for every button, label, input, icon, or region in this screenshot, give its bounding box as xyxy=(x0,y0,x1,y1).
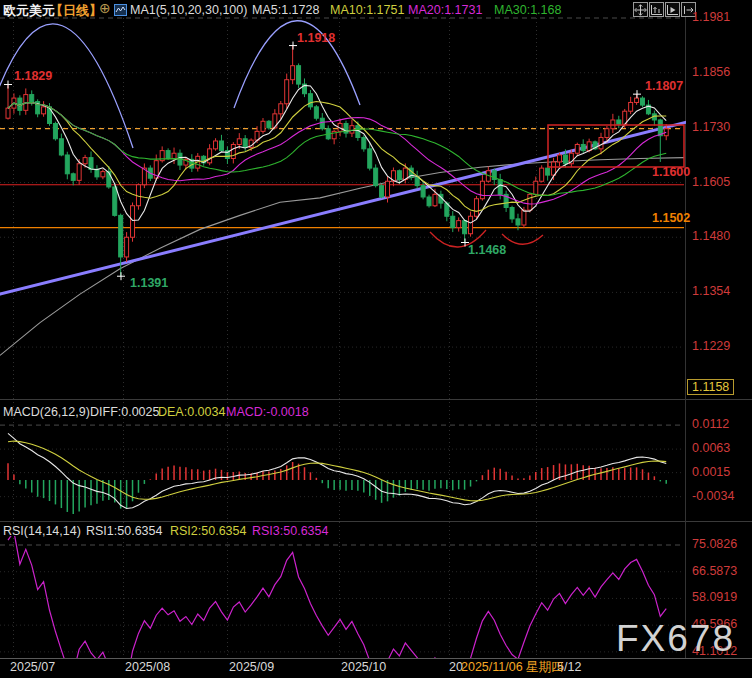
fx-chart-app: 欧元美元 【日线】 ⊕ MA1(5,10,20,30,100) MA5:1.17… xyxy=(0,0,752,678)
pan-icon[interactable] xyxy=(633,2,648,17)
play-axis-icon[interactable] xyxy=(665,2,680,17)
fit-vertical-icon[interactable] xyxy=(649,2,664,17)
go-to-end-icon[interactable] xyxy=(681,2,696,17)
chart-canvas[interactable] xyxy=(0,0,752,678)
